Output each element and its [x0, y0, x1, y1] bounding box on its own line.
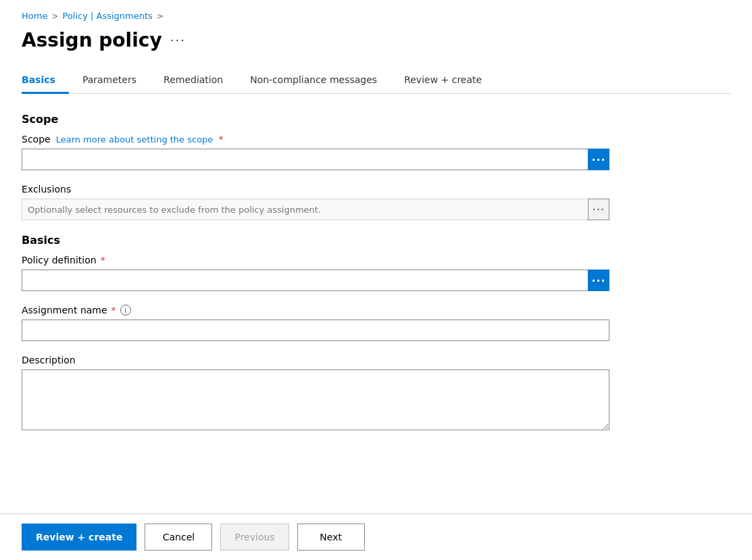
policy-definition-label: Policy definition: [22, 255, 97, 265]
tab-review-create[interactable]: Review + create: [391, 68, 495, 94]
tab-remediation[interactable]: Remediation: [150, 68, 236, 94]
scope-section-title: Scope: [22, 113, 609, 126]
review-create-button[interactable]: Review + create: [22, 524, 136, 551]
assignment-name-form-group: Assignment name * i: [22, 305, 609, 341]
assignment-name-label-row: Assignment name * i: [22, 305, 609, 315]
exclusions-input-group: ···: [22, 199, 609, 220]
scope-form-group: Scope Learn more about setting the scope…: [22, 134, 609, 170]
assignment-name-required-star: *: [111, 305, 116, 315]
basics-section-title: Basics: [22, 234, 609, 247]
basics-section: Basics Policy definition * ··· Assignmen…: [22, 234, 609, 432]
policy-definition-input[interactable]: [22, 270, 588, 291]
policy-definition-input-group: ···: [22, 270, 609, 291]
exclusions-label: Exclusions: [22, 184, 609, 195]
description-input[interactable]: [22, 370, 609, 430]
tab-non-compliance[interactable]: Non-compliance messages: [236, 68, 391, 94]
policy-definition-required-star: *: [101, 255, 105, 265]
policy-definition-browse-button[interactable]: ···: [588, 270, 609, 291]
scope-section: Scope Scope Learn more about setting the…: [22, 113, 609, 220]
scope-label: Scope: [22, 134, 51, 145]
policy-definition-form-group: Policy definition * ···: [22, 255, 609, 291]
previous-button: Previous: [220, 524, 289, 551]
scope-required-star: *: [218, 134, 223, 145]
cancel-button[interactable]: Cancel: [145, 524, 212, 551]
assignment-name-info-icon[interactable]: i: [120, 305, 131, 315]
page-title: Assign policy: [22, 29, 162, 51]
scope-input[interactable]: [22, 149, 588, 170]
scope-browse-icon: ···: [591, 153, 605, 166]
breadcrumb-sep-2: >: [157, 11, 164, 21]
tab-basics[interactable]: Basics: [22, 68, 69, 94]
scope-browse-button[interactable]: ···: [588, 149, 609, 170]
breadcrumb-sep-1: >: [51, 11, 58, 21]
exclusions-browse-button[interactable]: ···: [588, 199, 609, 220]
exclusions-form-group: Exclusions ···: [22, 184, 609, 220]
action-bar: Review + create Cancel Previous Next: [0, 513, 752, 560]
description-label-row: Description: [22, 355, 609, 365]
page-title-menu-icon[interactable]: ···: [170, 33, 186, 47]
breadcrumb-policy-assignments[interactable]: Policy | Assignments: [62, 11, 152, 21]
description-form-group: Description: [22, 355, 609, 432]
policy-definition-label-row: Policy definition *: [22, 255, 609, 265]
description-label: Description: [22, 355, 76, 365]
tabs-container: Basics Parameters Remediation Non-compli…: [22, 68, 730, 94]
scope-learn-more-link[interactable]: Learn more about setting the scope: [56, 134, 214, 145]
scope-label-row: Scope Learn more about setting the scope…: [22, 134, 609, 145]
policy-definition-browse-icon: ···: [591, 274, 605, 287]
breadcrumb: Home > Policy | Assignments >: [22, 11, 730, 21]
breadcrumb-home[interactable]: Home: [22, 11, 47, 21]
exclusions-input[interactable]: [22, 199, 588, 220]
tab-parameters[interactable]: Parameters: [69, 68, 150, 94]
page-title-row: Assign policy ···: [22, 29, 730, 51]
next-button[interactable]: Next: [297, 524, 365, 551]
scope-input-group: ···: [22, 149, 609, 170]
exclusions-browse-icon: ···: [593, 203, 605, 216]
assignment-name-input[interactable]: [22, 320, 609, 341]
assignment-name-label: Assignment name: [22, 305, 107, 315]
